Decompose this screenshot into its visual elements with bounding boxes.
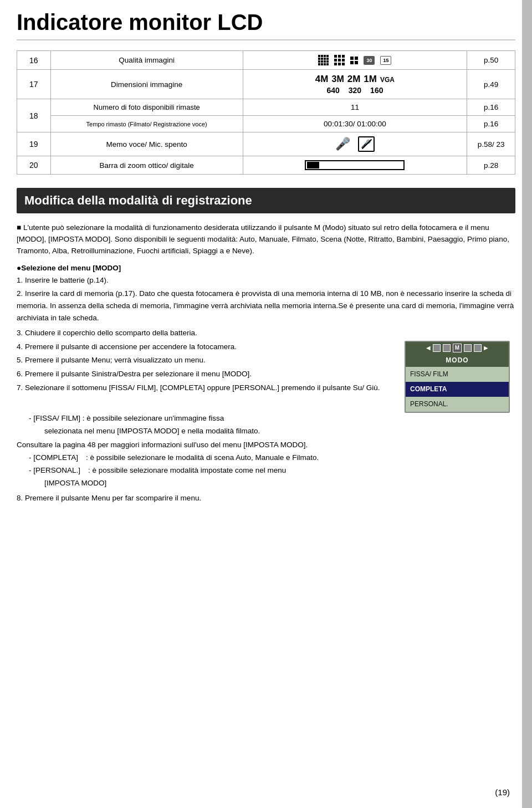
lcd-row-selected: COMPLETA [406, 382, 509, 397]
step8-text: 8. Premere il pulsante Menu per far scom… [17, 493, 515, 504]
table-row: 17 Dimensioni immagine 4M 3M 2M 1M VGA 6… [17, 70, 515, 99]
lcd-icon-square [433, 344, 441, 352]
bullet-block: ●Selezione del menu [MODO] 1. Inserire l… [17, 264, 515, 504]
sub-item-fissa-indent: selezionata nel menu [IMPOSTA MODO] e ne… [17, 426, 515, 437]
grid-fine-icon [318, 55, 329, 65]
grid-basic-icon [350, 57, 358, 64]
table-row: 20 Barra di zoom ottico/ digitale p.28 [17, 156, 515, 175]
bullet-dot: ●Selezione del menu [MODO] [17, 264, 121, 272]
steps-list: 1. Inserire le batterie (p.14). 2. Inser… [17, 274, 515, 413]
microphone-icon: 🎤 [335, 137, 350, 151]
zoom-bar-outer [305, 160, 405, 170]
sub-item-personal: - [PERSONAL.] : è possibile selezionare … [17, 465, 515, 477]
table-row: Tempo rimasto (Filmato/ Registrazione vo… [17, 116, 515, 132]
left-arrow-icon: ◀ [426, 344, 431, 352]
section2-para1: ■ L'utente può selezionare la modalità d… [17, 222, 515, 257]
list-item: 7. Selezionare il sottomenu [FISSA/ FILM… [17, 382, 393, 394]
grid-normal-icon [334, 55, 345, 65]
list-item: 3. Chiudere il coperchio dello scomparto… [17, 327, 515, 339]
right-arrow-icon: ▶ [484, 344, 488, 352]
sub-item-completa: - [COMPLETA] : è possibile selezionare l… [17, 452, 515, 464]
table-row: 19 Memo voce/ Mic. spento 🎤 🎤 p.58/ 23 [17, 132, 515, 156]
lcd-row-3: PERSONAL. [406, 397, 509, 412]
lcd-icon-4 [474, 344, 482, 352]
list-item: 1. Inserire le batterie (p.14). [17, 274, 515, 287]
zoom-bar [249, 160, 462, 170]
badge-15: 15 [380, 56, 391, 65]
list-item: 5. Premere il pulsante Menu; verrà visua… [17, 354, 393, 366]
consult-text: Consultare la pagina 48 per maggiori inf… [17, 439, 515, 451]
lcd-modo-label: MODO [406, 354, 509, 367]
mic-off-icon: 🎤 [358, 136, 375, 152]
sub-item-fissa: - [FISSA/ FILM] : è possibile selezionar… [17, 413, 515, 425]
lcd-icon-2 [443, 344, 451, 352]
section-heading: Modifica della modalità di registrazione [17, 188, 515, 213]
badge-30: 30 [364, 56, 375, 65]
sidebar-right [522, 0, 532, 808]
lcd-icon-3 [464, 344, 472, 352]
lcd-row-1: FISSA/ FILM [406, 367, 509, 382]
bullet-main: ●Selezione del menu [MODO] [17, 264, 515, 272]
zoom-bar-fill [307, 162, 319, 168]
table-row: 18 Numero di foto disponibili rimaste 11… [17, 99, 515, 116]
imposta-modo-indent: [IMPOSTA MODO] [17, 478, 515, 489]
lcd-icon-m: M [453, 344, 462, 352]
quality-icons: 30 15 [249, 55, 462, 65]
two-col-section: 4. Premere il pulsante di accensione per… [17, 341, 515, 413]
page-title: Indicatore monitor LCD [17, 10, 515, 40]
indicator-table: 16 Qualità immagini [17, 50, 515, 175]
memo-icons: 🎤 🎤 [249, 136, 462, 152]
table-row: 16 Qualità immagini [17, 51, 515, 70]
list-item: 4. Premere il pulsante di accensione per… [17, 341, 393, 353]
lcd-menu-header: ◀ M ▶ [406, 342, 509, 354]
lcd-menu: ◀ M ▶ MODO FISSA/ FILM COMPLETA PERSONAL… [405, 341, 510, 413]
list-item: 2. Inserire la card di memoria (p.17). D… [17, 288, 515, 324]
list-item: 6. Premere il pulsante Sinistra/Destra p… [17, 368, 393, 380]
dimension-icons: 4M 3M 2M 1M VGA 640 320 160 [249, 74, 462, 95]
page-number: (19) [495, 787, 510, 797]
